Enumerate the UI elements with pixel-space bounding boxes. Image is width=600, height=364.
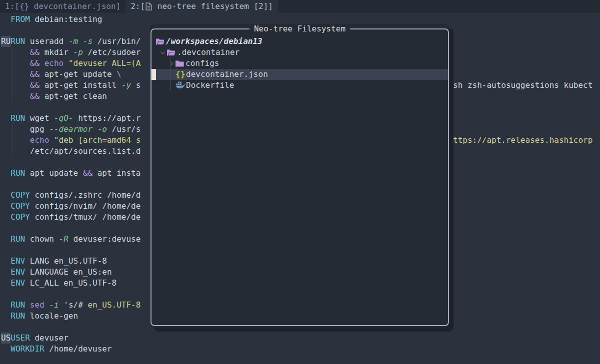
code-token: LC_ALL en_US.UTF-8 xyxy=(25,278,116,288)
expander[interactable] xyxy=(168,60,175,67)
folder-open-icon xyxy=(166,49,176,56)
tree-item-devcontainer[interactable]: .devcontainer xyxy=(152,47,448,58)
code-token: COPY xyxy=(10,201,30,211)
code-token: -y xyxy=(122,80,131,90)
code-token: wget xyxy=(25,113,54,123)
code-token: RUN xyxy=(10,311,25,321)
file-tree: /workspaces/debian13.devcontainerconfigs… xyxy=(152,36,448,91)
tree-item-workspaces-debian13[interactable]: /workspaces/debian13 xyxy=(152,36,448,47)
tabline: 1:[{} devcontainer.json] 2:[ neo-tree fi… xyxy=(0,0,600,13)
folder-closed-icon xyxy=(175,60,186,67)
code-token: s xyxy=(131,80,140,90)
indent-guide xyxy=(12,124,13,157)
code-token: US xyxy=(1,333,10,344)
code-token: -m xyxy=(68,36,78,46)
code-token xyxy=(1,69,30,79)
code-token xyxy=(1,267,10,277)
code-token: chown xyxy=(25,234,58,244)
code-token: locale-gen xyxy=(25,311,78,321)
code-token: RUN xyxy=(10,300,25,310)
statusline: /workspaces/debian13/.devcontainer/Docke… xyxy=(0,353,600,364)
code-token: \ xyxy=(116,69,122,79)
cursor-block xyxy=(152,69,156,80)
docker-icon xyxy=(176,81,186,89)
code-token: -qO- xyxy=(54,113,74,123)
folder-open-icon xyxy=(166,49,177,56)
tree-item-devcontainer-json[interactable]: {}devcontainer.json xyxy=(152,69,448,80)
code-token: COPY xyxy=(10,212,30,222)
code-token xyxy=(1,47,30,57)
code-token: https://apt.r xyxy=(74,113,141,123)
code-token xyxy=(1,58,30,68)
expander[interactable] xyxy=(159,49,166,56)
code-token: COPY xyxy=(10,190,30,200)
code-token: FROM xyxy=(10,14,30,24)
code-token: && xyxy=(30,47,40,57)
code-token: /etc/sudoer xyxy=(83,47,141,57)
code-token: RUN xyxy=(10,168,25,178)
code-token: apt insta xyxy=(92,168,140,178)
code-token: echo xyxy=(30,135,50,145)
code-token: "deb [arch=amd64 s xyxy=(54,135,140,145)
code-token: WORKDIR xyxy=(10,344,44,354)
tree-item-label: devcontainer.json xyxy=(186,69,268,80)
code-line: FROM debian:testing xyxy=(0,14,600,25)
code-token xyxy=(1,168,10,178)
indent-guide xyxy=(12,48,13,102)
chevron-down-icon xyxy=(160,49,166,56)
code-token: apt-get install xyxy=(40,80,122,90)
code-token xyxy=(1,212,10,222)
code-token: echo xyxy=(44,58,64,68)
code-token: mkdir xyxy=(40,47,73,57)
tree-indent-guide xyxy=(170,58,171,91)
tree-item-label: /workspaces/debian13 xyxy=(166,36,262,47)
tree-item-configs[interactable]: configs xyxy=(152,58,448,69)
code-token: USER xyxy=(10,333,30,343)
code-token xyxy=(40,58,44,68)
code-token xyxy=(78,36,83,46)
json-icon: {} xyxy=(176,69,186,80)
code-token: configs/tmux/ /home/de xyxy=(30,212,141,222)
code-token xyxy=(44,300,50,310)
tab-devcontainer-json[interactable]: 1:[{} devcontainer.json] xyxy=(0,0,126,13)
code-token: -p xyxy=(74,47,83,57)
code-token: --dearmor xyxy=(49,124,92,134)
tree-item-dockerfile[interactable]: Dockerfile xyxy=(152,80,448,91)
tab2-label: neo-tree filesystem [2]] xyxy=(152,0,273,13)
code-token: -o xyxy=(98,124,107,134)
code-token: 's/# xyxy=(59,300,88,310)
tab2-prefix: 2:[ xyxy=(130,0,145,13)
tree-item-label: Dockerfile xyxy=(186,80,234,91)
folder-icon xyxy=(175,60,184,67)
code-token: RU xyxy=(1,36,10,47)
code-token: -i xyxy=(49,300,58,310)
code-token: && xyxy=(83,168,92,178)
code-token: && xyxy=(30,58,40,68)
code-token: configs/.zshrc /home/d xyxy=(30,190,141,200)
tree-item-label: .devcontainer xyxy=(177,47,240,58)
code-token xyxy=(1,344,10,354)
code-token: ENV xyxy=(10,256,25,266)
nvim-terminal: 1:[{} devcontainer.json] 2:[ neo-tree fi… xyxy=(0,0,600,364)
code-token: RUN xyxy=(10,36,25,46)
code-token xyxy=(25,300,30,310)
code-token xyxy=(1,311,10,321)
code-line-continuation: sh zsh-autosuggestions kubect xyxy=(453,80,592,91)
code-token: sed xyxy=(30,300,44,310)
code-token xyxy=(1,190,10,200)
code-token: apt-get clean xyxy=(40,91,107,101)
code-token: configs/nvim/ /home/de xyxy=(30,201,141,211)
file-icon xyxy=(146,2,152,10)
folder-open-icon xyxy=(156,38,165,45)
code-token: -R xyxy=(59,234,68,244)
code-token xyxy=(1,278,10,288)
tab-neo-tree[interactable]: 2:[ neo-tree filesystem [2]] xyxy=(126,0,278,13)
code-token: ENV xyxy=(10,267,25,277)
neotree-popup: Neo-tree Filesystem /workspaces/debian13… xyxy=(150,24,450,328)
code-token: /home/devuser xyxy=(44,344,112,354)
code-token: && xyxy=(30,80,40,90)
code-token: && xyxy=(30,91,40,101)
code-token: "devuser ALL=(A xyxy=(68,58,141,68)
code-token: apt-get update xyxy=(40,69,116,79)
tab1-prefix: 1:[ xyxy=(5,0,20,13)
